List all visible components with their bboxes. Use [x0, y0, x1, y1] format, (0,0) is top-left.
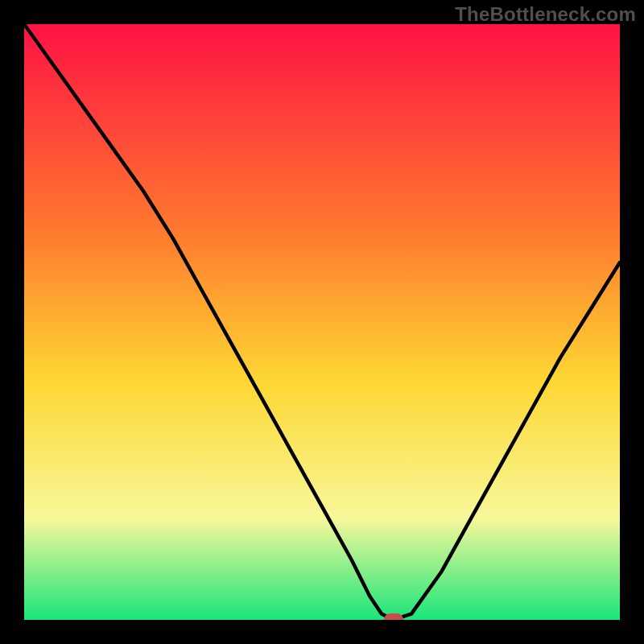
chart-frame: TheBottleneck.com — [0, 0, 644, 644]
optimum-marker — [384, 613, 403, 620]
plot-svg — [24, 24, 620, 620]
plot-area — [24, 24, 620, 620]
gradient-rect — [24, 24, 620, 620]
watermark-text: TheBottleneck.com — [455, 3, 636, 26]
